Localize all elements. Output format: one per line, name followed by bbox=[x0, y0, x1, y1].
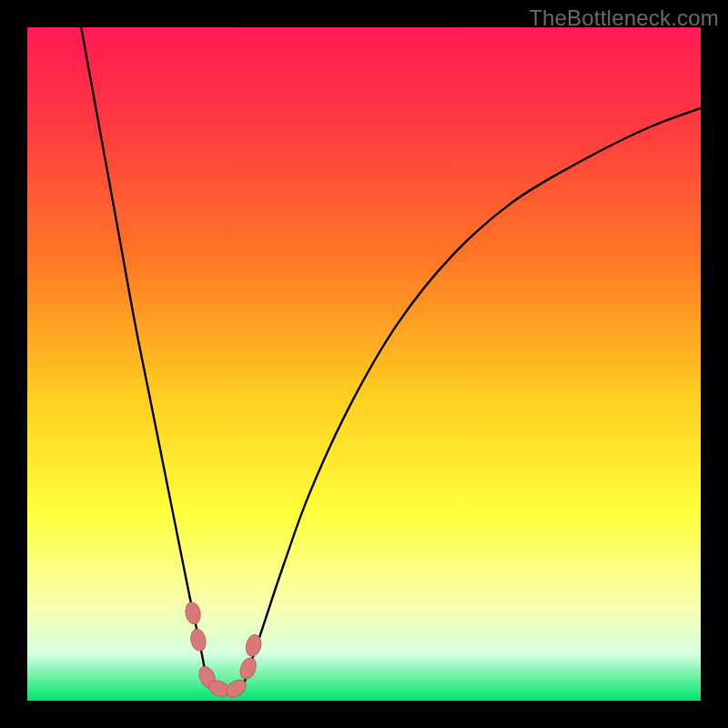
plot-area bbox=[27, 27, 701, 701]
chart-frame: TheBottleneck.com bbox=[0, 0, 728, 728]
gradient-background bbox=[27, 27, 701, 701]
chart-svg bbox=[27, 27, 701, 701]
